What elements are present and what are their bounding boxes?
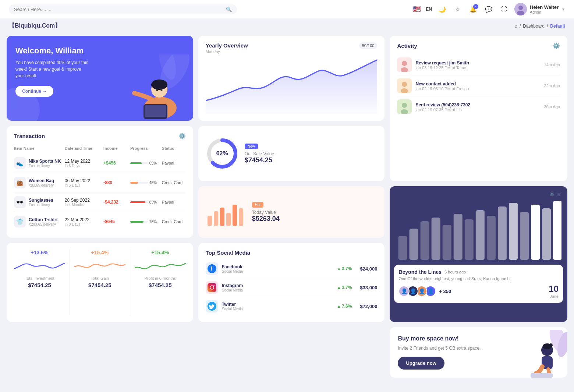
stat-gain: +15.4% Total Gain $7454.25 [74,250,125,315]
user-name: Helen Walter [530,4,559,10]
twitter-amount: $72,000 [360,304,377,309]
svg-point-19 [402,103,407,108]
stat-profit: +15.4% Profit in 6 months $7454.25 [135,250,186,315]
activity-text-1: Review request jim Smith jan 03 19 12:25… [415,60,540,70]
brand-logo: 【Biqubiqu.Com】 [9,22,61,30]
twitter-icon [206,300,218,312]
svg-point-13 [402,61,407,66]
svg-rect-37 [487,216,496,260]
breadcrumb: ⌂ / Dashboard / Default [515,24,565,29]
buy-space-description: Invite 2 Friends and get 5 GB extra spac… [398,345,559,352]
dark-mode-toggle[interactable]: 🌙 [437,4,447,14]
svg-rect-35 [465,219,474,260]
svg-rect-34 [454,214,463,260]
svg-rect-40 [520,212,529,260]
svg-point-1 [518,6,523,10]
svg-point-11 [160,89,162,91]
twitter-pct: ▲ 7.6% [337,304,352,309]
search-icon: 🔍 [226,7,232,12]
activity-item: New contact added jan 02 19 03:10 PM at … [397,75,560,96]
svg-point-48 [213,285,214,286]
dashboard-grid: Welcome, William You have completed 40% … [7,36,567,378]
svg-rect-25 [220,208,224,226]
svg-rect-26 [226,213,231,226]
yearly-overview-card: Yearly Overview Monday 50/100 [198,36,385,121]
svg-rect-38 [498,206,507,260]
table-row: 👟 Nike Sports NK Free delivery 12 May 20… [14,153,186,173]
breadcrumb-dashboard[interactable]: Dashboard [523,24,545,29]
activity-card: Activity ⚙️ Review request jim Smith jan… [390,36,567,181]
sale-badge: New [245,144,258,149]
item-icon: 👕 [14,216,26,227]
svg-point-9 [151,80,167,90]
today-badge: Hot [252,202,264,208]
activity-settings-icon[interactable]: ⚙️ [553,42,560,49]
star-icon[interactable]: ☆ [453,4,463,14]
fullscreen-icon[interactable]: ⛶ [499,4,509,14]
sale-value: $7454.25 [245,156,274,164]
btl-title: Beyond the Lines [398,269,442,275]
item-icon: 👟 [14,157,26,169]
stat-pct-2: +15.4% [74,250,125,255]
yearly-day: Monday [206,49,248,54]
social-row: Twitter Social Media ▲ 7.6% $72,000 [206,297,378,315]
item-icon: 👜 [14,177,26,188]
breadcrumb-default: Default [550,24,565,29]
sale-label: Our Sale Value [245,151,274,156]
buy-space-title: Buy more space now! [398,335,559,342]
message-icon[interactable]: 💬 [483,4,494,14]
svg-rect-31 [421,221,429,260]
svg-rect-43 [553,201,561,260]
svg-text:f: f [210,266,212,272]
sale-value-card: 62% New Our Sale Value $7454.25 [198,126,385,181]
facebook-icon: f [206,262,218,275]
svg-rect-23 [208,216,212,226]
svg-rect-56 [531,373,553,378]
transaction-card: Transaction ⚙️ Item Name Date and Time I… [7,126,193,238]
donut-label: 62% [216,150,228,157]
notification-icon[interactable]: 🔔 4 [468,4,478,14]
yearly-badge: 50/100 [359,42,378,49]
language-label[interactable]: EN [426,7,432,12]
main-content: Welcome, William You have completed 40% … [0,33,574,384]
user-info[interactable]: Helen Walter Admin ▼ [514,3,565,15]
today-bar-chart [206,197,246,227]
upgrade-button[interactable]: Upgrade now [398,357,444,370]
breadcrumb-bar: 【Biqubiqu.Com】 ⌂ / Dashboard / Default [0,18,574,33]
table-row: 🕶️ Sunglasses Free delivery 28 Sep 2022 … [14,193,186,212]
donut-chart: 62% [206,137,239,170]
btl-date-num: 10 [549,284,559,294]
svg-rect-27 [233,205,237,226]
home-icon[interactable]: ⌂ [515,24,517,29]
bar-chart-card: ⚙️ 🛒 [390,186,567,322]
facebook-pct: ▲ 3.7% [337,266,352,271]
svg-point-16 [402,82,407,87]
stat-label-3: Profit in 6 months [135,276,186,280]
activity-text-2: New contact added jan 02 19 03:10 PM at … [415,81,540,91]
svg-rect-36 [476,210,485,260]
stat-pct-1: +13.6% [14,250,65,255]
flag-icon: 🇺🇸 [412,5,421,13]
yearly-chart [206,55,378,114]
social-media-card: Top Social Media f Facebook Social Media… [198,243,385,322]
table-header: Item Name Date and Time Income Progress … [14,143,186,153]
welcome-illustration [112,36,193,121]
activity-thumb-3 [397,99,412,114]
search-bar[interactable]: 🔍 [9,4,237,14]
instagram-icon [206,281,218,294]
notification-badge: 4 [473,4,478,9]
stat-investment: +13.6% Total Investment $7454.25 [14,250,65,315]
beyond-lines-section: Beyond the Lines 6 hours ago One Of the … [394,265,563,303]
transaction-settings-icon[interactable]: ⚙️ [178,133,186,140]
welcome-subtitle: You have completed 40% of your this week… [15,59,89,79]
stat-value-2: $7454.25 [74,282,125,288]
avatar [514,3,527,15]
svg-rect-32 [432,218,440,260]
search-input[interactable] [14,7,223,12]
stat-label-1: Total Investment [14,276,65,280]
activity-thumb-1 [397,57,412,72]
stat-pct-3: +15.4% [135,250,186,255]
btl-avatar: 👤 [398,286,410,297]
table-row: 👕 Cotton T-shirt ₹283.65 delivery 22 Mar… [14,212,186,231]
user-role: Admin [530,10,559,14]
